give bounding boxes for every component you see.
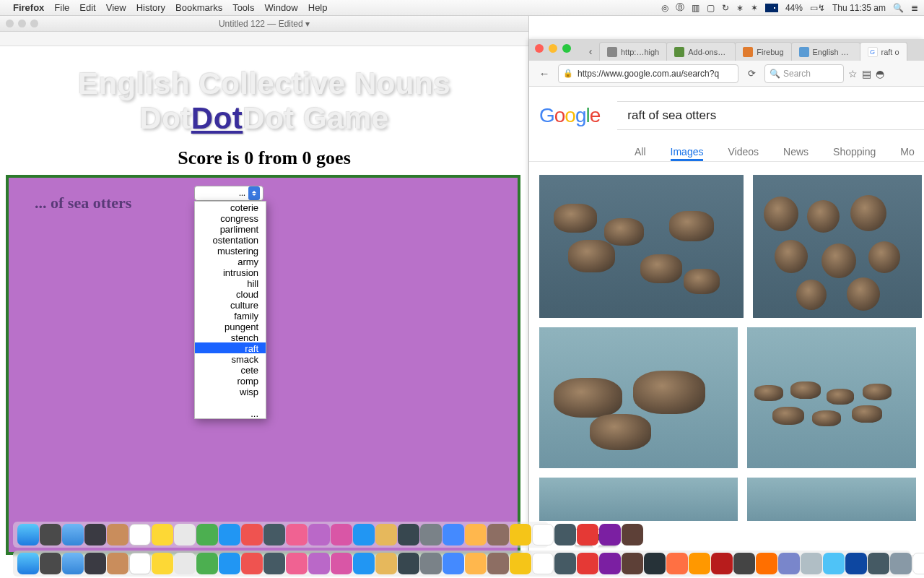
- tab-prev-button[interactable]: ‹: [581, 42, 600, 61]
- dock-terminal-icon[interactable]: [644, 553, 666, 574]
- dock-vlc-icon[interactable]: [756, 553, 777, 574]
- tab[interactable]: English C…: [791, 42, 860, 61]
- dock-ibooks-icon[interactable]: [375, 553, 397, 574]
- dock-calendar-icon[interactable]: [129, 553, 151, 574]
- nav-images[interactable]: Images: [671, 146, 704, 161]
- dock-app-icon[interactable]: [465, 524, 487, 545]
- google-logo[interactable]: Google: [539, 104, 600, 127]
- dock-app-icon[interactable]: [420, 524, 442, 545]
- dock-finder-icon[interactable]: [17, 553, 39, 574]
- search-box[interactable]: 🔍 Search: [764, 64, 844, 83]
- option-highlighted[interactable]: raft: [195, 342, 266, 353]
- dock-app-icon[interactable]: [420, 553, 442, 574]
- dock-app-icon[interactable]: [286, 553, 308, 574]
- app-name[interactable]: Firefox: [13, 2, 44, 13]
- option[interactable]: ostentation: [195, 234, 266, 245]
- dock-ibooks-icon[interactable]: [375, 524, 397, 545]
- window-titlebar[interactable]: Untitled 122 — Edited ▾: [0, 16, 528, 32]
- option[interactable]: smack: [195, 353, 266, 364]
- menu-view[interactable]: View: [106, 2, 126, 13]
- status-icon[interactable]: Ⓑ: [676, 1, 684, 14]
- dock-app-icon[interactable]: [554, 553, 576, 574]
- dock-app-icon[interactable]: [666, 553, 688, 574]
- dock-app-icon[interactable]: [510, 553, 531, 574]
- address-bar[interactable]: 🔒 https://www.google.com.au/search?q: [558, 64, 738, 83]
- image-result[interactable]: [539, 478, 738, 521]
- dock-app-icon[interactable]: [219, 553, 240, 574]
- option[interactable]: wisp: [195, 386, 266, 397]
- option[interactable]: parliment: [195, 223, 266, 234]
- dock-app-icon[interactable]: [353, 524, 375, 545]
- dock-app-icon[interactable]: [398, 553, 419, 574]
- dock-app-icon[interactable]: [286, 524, 308, 545]
- clock[interactable]: Thu 11:35 am: [832, 3, 886, 13]
- nav-videos[interactable]: Videos: [728, 146, 759, 161]
- dock-chrome-icon[interactable]: [532, 553, 554, 574]
- battery-percent[interactable]: 44%: [785, 3, 803, 13]
- notification-center-icon[interactable]: ≣: [911, 3, 918, 13]
- zoom-icon[interactable]: [562, 44, 571, 53]
- dock-app-icon[interactable]: [554, 524, 576, 545]
- menu-edit[interactable]: Edit: [79, 2, 95, 13]
- dock-notes-icon[interactable]: [152, 553, 173, 574]
- spotlight-icon[interactable]: 🔍: [893, 3, 904, 13]
- dock-launchpad-icon[interactable]: [40, 524, 61, 545]
- dock-safari-icon[interactable]: [62, 553, 84, 574]
- dock-app-icon[interactable]: [733, 553, 755, 574]
- google-search-input[interactable]: raft of sea otters: [617, 101, 924, 130]
- dock-app-icon[interactable]: [465, 553, 487, 574]
- menu-window[interactable]: Window: [265, 2, 298, 13]
- nav-more[interactable]: Mo: [900, 146, 914, 161]
- dock-notes-icon[interactable]: [152, 524, 173, 545]
- menu-tools[interactable]: Tools: [232, 2, 254, 13]
- dock-app-icon[interactable]: [599, 553, 621, 574]
- dock-app-icon[interactable]: [241, 524, 263, 545]
- dock-itunes-icon[interactable]: [308, 524, 330, 545]
- close-icon[interactable]: [535, 44, 544, 53]
- tab[interactable]: Firebug: [735, 42, 791, 61]
- reader-icon[interactable]: ▤: [862, 68, 871, 79]
- nav-news[interactable]: News: [783, 146, 808, 161]
- dock-app-icon[interactable]: [510, 524, 531, 545]
- option[interactable]: cloud: [195, 288, 266, 299]
- dock-app-icon[interactable]: [801, 553, 822, 574]
- dock-app-icon[interactable]: [622, 524, 643, 545]
- dock-app-icon[interactable]: [174, 524, 196, 545]
- dock-app-icon[interactable]: [84, 553, 106, 574]
- dock-safari-icon[interactable]: [62, 524, 84, 545]
- dock-app-icon[interactable]: [107, 524, 128, 545]
- star-icon[interactable]: ☆: [848, 68, 858, 79]
- dock-app-icon[interactable]: [622, 553, 643, 574]
- input-flag-icon[interactable]: [765, 4, 778, 12]
- shield-icon[interactable]: ◓: [876, 68, 884, 79]
- dock-app-icon[interactable]: [599, 524, 621, 545]
- option[interactable]: [195, 397, 266, 407]
- dock-app-icon[interactable]: [84, 524, 106, 545]
- tab[interactable]: http:…high: [599, 42, 667, 61]
- dock-app-icon[interactable]: [487, 524, 509, 545]
- battery-icon[interactable]: ▭↯: [810, 3, 825, 13]
- option[interactable]: hill: [195, 277, 266, 288]
- option[interactable]: family: [195, 310, 266, 321]
- dock-app-icon[interactable]: [912, 553, 924, 574]
- dock-app-icon[interactable]: [868, 553, 889, 574]
- dock-launchpad-icon[interactable]: [40, 553, 61, 574]
- dock-app-icon[interactable]: [263, 524, 285, 545]
- option[interactable]: stench: [195, 332, 266, 342]
- menu-bookmarks[interactable]: Bookmarks: [175, 2, 222, 13]
- dock-chrome-icon[interactable]: [532, 524, 554, 545]
- dock-app-icon[interactable]: [487, 553, 509, 574]
- image-result[interactable]: [747, 478, 916, 521]
- image-result[interactable]: [753, 175, 922, 318]
- answer-select[interactable]: ...: [194, 186, 263, 201]
- dock-calendar-icon[interactable]: [129, 524, 151, 545]
- tab-active[interactable]: Graft o: [860, 42, 907, 61]
- dock-finder-icon[interactable]: [17, 524, 39, 545]
- option[interactable]: cete: [195, 364, 266, 375]
- airplay-icon[interactable]: ▢: [707, 3, 715, 13]
- menu-history[interactable]: History: [136, 2, 165, 13]
- reload-button[interactable]: ⟳: [743, 65, 760, 82]
- dock-app-icon[interactable]: [174, 553, 196, 574]
- dock-opera-icon[interactable]: [577, 553, 598, 574]
- dock-app-icon[interactable]: [263, 553, 285, 574]
